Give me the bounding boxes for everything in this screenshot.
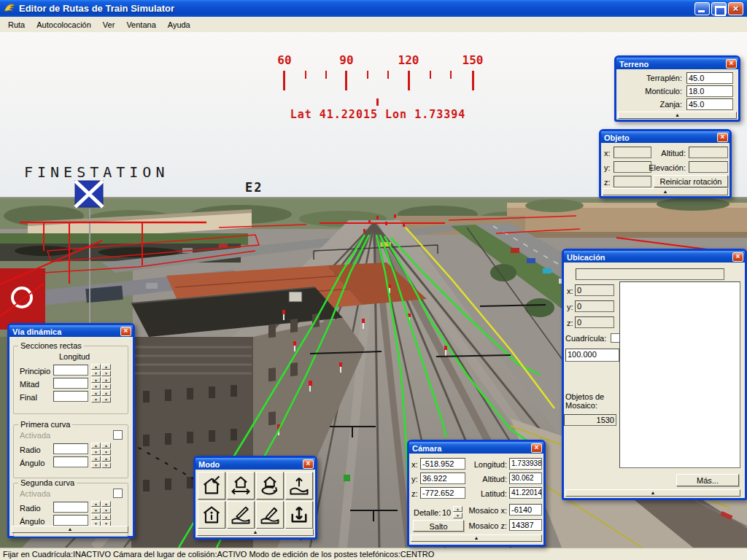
spin-down-icon[interactable]: ▼ [101, 449, 111, 455]
close-button[interactable]: × [728, 2, 743, 15]
spin-up-icon[interactable]: ▲ [101, 456, 111, 462]
ubicacion-x-field[interactable]: 0 [575, 284, 614, 296]
panel-camara-titlebar[interactable]: Cámara × [409, 442, 543, 454]
spin-down-icon[interactable]: ▼ [101, 462, 111, 468]
move-object-mode-button[interactable] [227, 472, 255, 499]
panel-modo-collapse-button[interactable]: ▲ [197, 529, 314, 536]
spin-down-icon[interactable]: ▼ [453, 513, 462, 518]
spin-up-icon[interactable]: ▲ [101, 443, 111, 448]
spin-up-icon[interactable]: ▲ [101, 390, 111, 396]
spin-up-icon[interactable]: ▲ [101, 364, 111, 370]
elevacion-field[interactable] [689, 161, 728, 173]
spin-up-icon[interactable]: ▲ [453, 506, 462, 512]
rotate-object-mode-button[interactable] [256, 472, 284, 499]
title-bar[interactable]: Editor de Rutas de Train Simulator × [0, 0, 747, 17]
spin-down-icon[interactable]: ▼ [91, 370, 101, 376]
mosaico-object-list[interactable] [619, 281, 740, 468]
mitad-field[interactable] [53, 378, 88, 389]
panel-objeto-collapse-button[interactable]: ▲ [603, 188, 728, 195]
camara-x-field[interactable]: -518.952 [420, 458, 465, 470]
panel-camara-close-icon[interactable]: × [531, 443, 542, 453]
monticulo-field[interactable]: 18.0 [686, 85, 733, 97]
grid-size-field[interactable]: 100.000 [565, 349, 619, 362]
spin-up-icon[interactable]: ▲ [91, 443, 101, 448]
panel-terreno-titlebar[interactable]: Terreno × [616, 58, 738, 69]
camara-altitud-field[interactable]: 30.062 [509, 472, 542, 484]
panel-via-close-icon[interactable]: × [120, 327, 131, 336]
panel-objeto: Objeto × x: y: z: Altitud: Elevación: Re… [599, 129, 732, 198]
ubicacion-z-field[interactable]: 0 [575, 316, 614, 328]
ubicacion-name-field[interactable] [576, 268, 724, 280]
panel-via-titlebar[interactable]: Vía dinámica × [9, 325, 133, 337]
objeto-z-field[interactable] [614, 176, 651, 187]
panel-ubicacion-close-icon[interactable]: × [732, 252, 743, 262]
place-object-mode-button[interactable] [198, 472, 225, 499]
menu-ruta[interactable]: Ruta [2, 18, 31, 31]
panel-terreno-close-icon[interactable]: × [726, 59, 737, 69]
panel-ubicacion-collapse-button[interactable]: ▲ [565, 489, 740, 497]
primera-angulo-field[interactable] [53, 456, 88, 467]
terrain-height-mode-button[interactable] [285, 472, 313, 499]
panel-camara-collapse-button[interactable]: ▲ [411, 534, 542, 542]
spin-down-icon[interactable]: ▼ [91, 508, 101, 513]
panel-objeto-titlebar[interactable]: Objeto × [601, 131, 729, 143]
spin-up-icon[interactable]: ▲ [91, 501, 101, 507]
spin-down-icon[interactable]: ▼ [91, 449, 101, 455]
principio-field[interactable] [53, 365, 88, 376]
latitud-field[interactable]: 41.22014 [509, 487, 542, 499]
menu-ventana[interactable]: Ventana [120, 18, 161, 31]
panel-modo-titlebar[interactable]: Modo × [196, 458, 315, 470]
compass-tick-major [408, 71, 410, 90]
segunda-radio-field[interactable] [53, 502, 88, 513]
camara-y-field[interactable]: 36.922 [420, 472, 465, 484]
menu-ayuda[interactable]: Ayuda [162, 18, 196, 31]
panel-terreno-collapse-button[interactable]: ▲ [618, 112, 737, 119]
panel-modo-close-icon[interactable]: × [303, 459, 314, 469]
camara-z-field[interactable]: -772.652 [420, 487, 465, 499]
spin-down-icon[interactable]: ▼ [101, 370, 111, 376]
spin-down-icon[interactable]: ▼ [101, 384, 111, 389]
altitud-field[interactable] [689, 147, 728, 158]
panel-ubicacion-titlebar[interactable]: Ubicación × [564, 251, 745, 262]
salto-button[interactable]: Salto [413, 520, 464, 532]
reiniciar-rotacion-button[interactable]: Reiniciar rotación [654, 175, 728, 187]
terrain-paint-mode-button[interactable] [256, 501, 284, 529]
spin-up-icon[interactable]: ▲ [91, 456, 101, 462]
mas-button[interactable]: Más... [676, 474, 739, 486]
menu-ver[interactable]: Ver [97, 18, 121, 31]
spin-up-icon[interactable]: ▲ [91, 390, 101, 396]
minimize-button[interactable] [694, 2, 710, 15]
longitud-field[interactable]: 1.733938 [509, 458, 542, 470]
spin-up-icon[interactable]: ▲ [101, 514, 111, 520]
spin-down-icon[interactable]: ▼ [91, 462, 101, 468]
mosaico-x-field[interactable]: -6140 [509, 504, 542, 516]
menu-autocolocacion[interactable]: Autocolocación [31, 18, 97, 31]
spin-up-icon[interactable]: ▲ [101, 501, 111, 507]
spin-down-icon[interactable]: ▼ [91, 397, 101, 402]
object-info-mode-button[interactable] [198, 501, 225, 529]
spin-up-icon[interactable]: ▲ [91, 514, 101, 520]
compass-center-tick [376, 98, 379, 106]
spin-up-icon[interactable]: ▲ [91, 364, 101, 370]
segunda-activada-checkbox[interactable] [113, 489, 123, 498]
primera-radio-field[interactable] [53, 443, 88, 454]
spin-up-icon[interactable]: ▲ [91, 377, 101, 383]
spin-down-icon[interactable]: ▼ [101, 397, 111, 402]
zanja-field[interactable]: 45.0 [686, 98, 733, 110]
restore-button[interactable] [711, 2, 727, 15]
spin-down-icon[interactable]: ▼ [101, 508, 111, 513]
terrain-cut-mode-button[interactable] [227, 501, 255, 529]
segunda-angulo-field[interactable] [53, 515, 88, 526]
objetos-mosaico-field[interactable]: 1530 [564, 414, 616, 426]
raise-lower-mode-button[interactable] [285, 501, 313, 529]
spin-down-icon[interactable]: ▼ [91, 384, 101, 389]
compass-tick-minor [367, 71, 368, 79]
ubicacion-y-field[interactable]: 0 [575, 300, 614, 312]
panel-via-collapse-button[interactable]: ▲ [12, 526, 128, 533]
terraplen-field[interactable]: 45.0 [686, 72, 733, 84]
final-field[interactable] [53, 391, 88, 402]
primera-activada-checkbox[interactable] [113, 430, 123, 440]
spin-up-icon[interactable]: ▲ [101, 377, 111, 383]
panel-objeto-close-icon[interactable]: × [717, 133, 728, 142]
mosaico-z-field[interactable]: 14387 [509, 519, 542, 531]
